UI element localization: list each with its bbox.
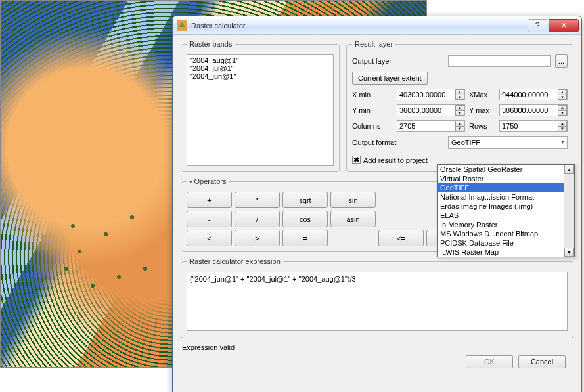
operators-legend: Operators [187, 177, 229, 185]
operator-button[interactable]: sin [330, 192, 376, 208]
spin-up-icon[interactable]: ▲ [455, 89, 464, 95]
list-item[interactable]: "2004_jun@1" [190, 72, 236, 80]
operator-button[interactable]: sqrt [282, 192, 328, 208]
xmax-label: XMax [469, 91, 495, 98]
xmin-label: X min [352, 91, 393, 98]
columns-label: Columns [352, 122, 393, 130]
close-button[interactable]: ✕ [549, 19, 579, 32]
spin-down-icon[interactable]: ▼ [558, 95, 567, 100]
operator-button[interactable]: < [187, 230, 232, 246]
format-option[interactable]: National Imag...ission Format [438, 192, 564, 202]
ymin-label: Y min [352, 106, 393, 114]
help-button[interactable]: ? [528, 19, 547, 32]
operator-button[interactable]: asin [330, 211, 376, 227]
raster-bands-list[interactable]: "2004_aug@1" "2004_jul@1" "2004_jun@1" [187, 54, 334, 166]
spin-down-icon[interactable]: ▼ [455, 110, 464, 116]
format-option[interactable]: PCIDSK Database File [438, 238, 564, 248]
ymax-label: Y max [469, 106, 495, 114]
rows-label: Rows [469, 122, 495, 130]
format-option[interactable]: In Memory Raster [438, 220, 564, 229]
expression-group: Raster calculator expression [181, 257, 573, 338]
raster-bands-legend: Raster bands [187, 40, 235, 48]
spin-up-icon[interactable]: ▲ [558, 89, 567, 95]
result-layer-legend: Result layer [352, 40, 395, 48]
expression-textarea[interactable] [187, 272, 568, 331]
output-format-select[interactable]: GeoTIFF [448, 136, 568, 149]
current-layer-extent-button[interactable]: Current layer extent [352, 72, 428, 85]
raster-calculator-dialog: Raster calculator ? ✕ Raster bands "2004… [172, 16, 582, 392]
operator-button[interactable]: - [187, 211, 232, 227]
expression-legend: Raster calculator expression [187, 257, 283, 265]
format-option[interactable]: Oracle Spatial GeoRaster [438, 165, 564, 174]
format-option[interactable]: Erdas Imagine Images (.img) [438, 202, 564, 211]
add-result-label: Add result to project [363, 156, 428, 164]
output-layer-label: Output layer [352, 57, 444, 65]
spin-down-icon[interactable]: ▼ [558, 110, 567, 116]
operator-button[interactable]: cos [282, 211, 328, 227]
spin-up-icon[interactable]: ▲ [558, 121, 567, 126]
operator-button[interactable]: * [235, 192, 280, 208]
spin-up-icon[interactable]: ▲ [558, 105, 567, 110]
format-option[interactable]: Virtual Raster [438, 174, 564, 183]
format-option[interactable]: ILWIS Raster Map [438, 248, 564, 257]
operator-button[interactable]: = [282, 230, 328, 246]
scroll-up-icon[interactable]: ▲ [564, 165, 574, 174]
dropdown-scrollbar[interactable]: ▲ ▼ [564, 165, 574, 257]
output-format-dropdown[interactable]: Oracle Spatial GeoRasterVirtual RasterGe… [437, 164, 575, 257]
spin-up-icon[interactable]: ▲ [455, 105, 464, 110]
titlebar[interactable]: Raster calculator ? ✕ [173, 16, 581, 35]
spin-down-icon[interactable]: ▼ [455, 126, 464, 132]
format-option[interactable]: ELAS [438, 211, 564, 220]
output-format-label: Output format [352, 139, 444, 146]
output-format-value: GeoTIFF [451, 139, 480, 146]
output-layer-input[interactable] [448, 55, 551, 67]
format-option[interactable]: GeoTIFF [438, 183, 564, 192]
cancel-button[interactable]: Cancel [518, 355, 566, 368]
status-text: Expression valid [182, 343, 572, 351]
format-option[interactable]: MS Windows D...ndent Bitmap [438, 229, 564, 238]
window-title: Raster calculator [191, 22, 526, 30]
add-result-checkbox[interactable]: ✖ [352, 156, 361, 164]
ok-button[interactable]: OK [466, 355, 513, 368]
list-item[interactable]: "2004_aug@1" [190, 56, 238, 64]
operator-button[interactable]: + [187, 192, 232, 208]
app-icon [177, 20, 187, 31]
raster-bands-group: Raster bands "2004_aug@1" "2004_jul@1" "… [181, 40, 340, 172]
spin-up-icon[interactable]: ▲ [455, 121, 464, 126]
operator-button[interactable]: <= [378, 230, 424, 246]
spin-down-icon[interactable]: ▼ [455, 95, 464, 100]
scroll-down-icon[interactable]: ▼ [564, 248, 574, 257]
output-layer-browse-button[interactable]: ... [555, 54, 568, 68]
operator-button[interactable]: / [235, 211, 280, 227]
result-layer-group: Result layer Output layer ... Current la… [346, 40, 573, 172]
list-item[interactable]: "2004_jul@1" [190, 64, 234, 72]
operator-button[interactable]: > [235, 230, 280, 246]
spin-down-icon[interactable]: ▼ [558, 126, 567, 132]
